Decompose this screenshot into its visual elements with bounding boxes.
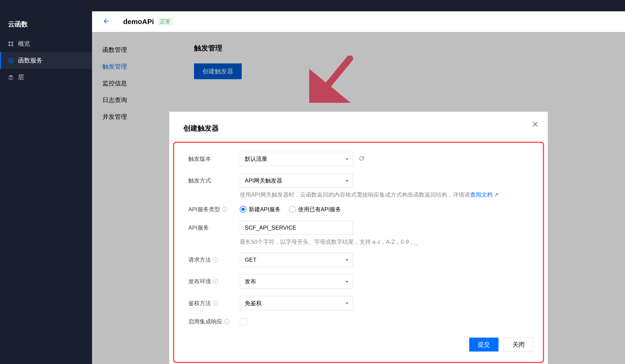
radio-existing-service[interactable]: 使用已有API服务 <box>289 206 341 213</box>
label-service: API服务 <box>188 224 240 231</box>
hint-service: 最长50个字符，以字母开头、字母或数字结尾，支持 a-z，A-Z，0-9，_ <box>188 238 533 246</box>
sidebar-item-functions[interactable]: 函数服务 <box>0 52 92 69</box>
form-highlight-box: 触发版本 默认流量 触发方式 API网关触发器 <box>173 142 544 363</box>
main-area: 云函数 概览 函数服务 层 demoAPi 正常 <box>0 11 625 364</box>
form-row-method: 触发方式 API网关触发器 <box>188 173 533 188</box>
info-icon[interactable]: i <box>213 301 218 306</box>
sidebar-item-overview[interactable]: 概览 <box>0 35 92 52</box>
select-env[interactable]: 发布 <box>240 274 353 289</box>
radio-new-service[interactable]: 新建API服务 <box>240 206 281 213</box>
hint-method: 使用API网关触发器时，云函数返回的内容格式需按响应集成方式构造函数返回结构，详… <box>188 191 533 198</box>
sidebar: 云函数 概览 函数服务 层 <box>0 11 92 364</box>
sidebar-item-layers[interactable]: 层 <box>0 69 92 85</box>
input-service[interactable] <box>240 221 353 235</box>
select-auth[interactable]: 免鉴权 <box>240 296 353 310</box>
svg-rect-1 <box>11 41 13 43</box>
content-header: demoAPi 正常 <box>92 11 625 32</box>
select-version[interactable]: 默认流量 <box>240 152 353 166</box>
label-request: 请求方法i <box>188 256 240 264</box>
info-icon[interactable]: i <box>222 207 227 212</box>
close-icon[interactable]: ✕ <box>531 120 539 129</box>
form-row-request: 请求方法i GET <box>188 253 533 267</box>
refresh-icon[interactable] <box>358 155 365 163</box>
form-row-integrated: 启用集成响应i <box>188 318 533 325</box>
create-trigger-modal: 创建触发器 ✕ 触发版本 默认流量 <box>169 112 548 364</box>
form-row-version: 触发版本 默认流量 <box>188 152 533 166</box>
label-service-type: API服务类型i <box>188 206 240 213</box>
sidebar-item-label: 层 <box>18 73 24 81</box>
radio-unselected-icon <box>289 206 296 213</box>
sidebar-title: 云函数 <box>0 17 92 35</box>
external-link-icon: ↗ <box>494 192 499 198</box>
form-row-env: 发布环境i 发布 <box>188 274 533 289</box>
select-method[interactable]: API网关触发器 <box>240 173 353 188</box>
sidebar-item-label: 函数服务 <box>18 56 42 65</box>
info-icon[interactable]: i <box>213 257 218 262</box>
select-request[interactable]: GET <box>240 253 353 267</box>
modal-footer: 提交 关闭 <box>188 337 533 352</box>
submit-button[interactable]: 提交 <box>469 337 499 352</box>
label-method: 触发方式 <box>188 177 240 184</box>
content: demoAPi 正常 函数管理 触发管理 监控信息 日志查询 并发管理 触发管理… <box>92 11 625 364</box>
info-icon[interactable]: i <box>224 319 229 324</box>
svg-rect-3 <box>11 44 13 46</box>
dashboard-icon <box>8 41 14 47</box>
info-icon[interactable]: i <box>213 279 218 284</box>
content-body: 函数管理 触发管理 监控信息 日志查询 并发管理 触发管理 创建触发器 创建触发… <box>92 32 625 364</box>
app-name: demoAPi <box>123 18 154 26</box>
checkbox-integrated[interactable] <box>240 318 247 325</box>
form-row-service-type: API服务类型i 新建API服务 使用已有API服务 <box>188 206 533 213</box>
layers-icon <box>8 75 14 80</box>
radio-group-service-type: 新建API服务 使用已有API服务 <box>240 206 341 213</box>
label-version: 触发版本 <box>188 155 240 163</box>
label-env: 发布环境i <box>188 278 240 285</box>
form-row-service: API服务 <box>188 221 533 235</box>
label-auth: 鉴权方法i <box>188 299 240 307</box>
svg-rect-2 <box>8 44 10 46</box>
function-icon <box>8 58 14 63</box>
status-badge: 正常 <box>158 18 173 26</box>
radio-selected-icon <box>240 206 247 213</box>
modal-overlay: 创建触发器 ✕ 触发版本 默认流量 <box>92 32 625 364</box>
doc-link[interactable]: 查阅文档 <box>470 192 493 198</box>
svg-rect-0 <box>8 41 10 43</box>
form-row-auth: 鉴权方法i 免鉴权 <box>188 296 533 310</box>
modal-title: 创建触发器 <box>183 124 534 133</box>
topbar <box>0 0 625 11</box>
back-button[interactable] <box>102 17 110 26</box>
close-button[interactable]: 关闭 <box>504 337 533 352</box>
sidebar-item-label: 概览 <box>18 40 30 48</box>
label-integrated: 启用集成响应i <box>188 318 240 325</box>
